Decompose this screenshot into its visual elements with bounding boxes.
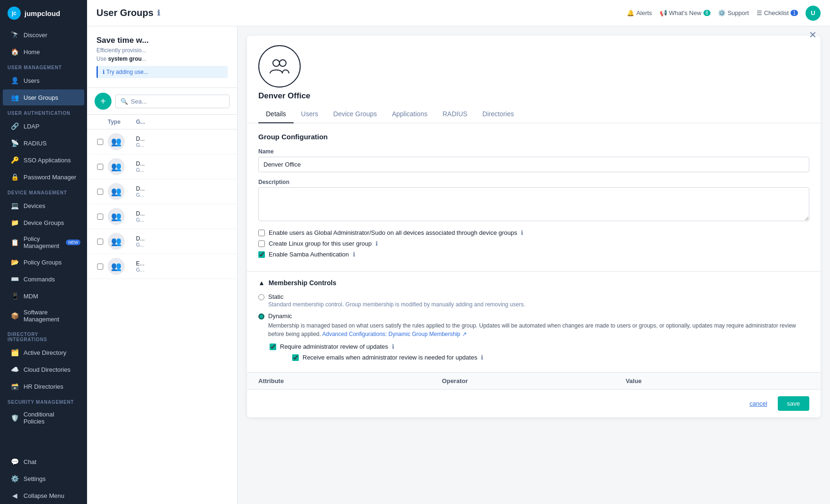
sidebar-item-active-directory[interactable]: 🗂️ Active Directory <box>3 344 84 360</box>
sidebar-item-policy-management[interactable]: 📋 Policy Management NEW <box>3 232 84 253</box>
row-checkbox[interactable] <box>93 214 108 220</box>
close-button[interactable]: ✕ <box>809 30 817 40</box>
sidebar-item-software-management[interactable]: 📦 Software Management <box>3 305 84 327</box>
sidebar-item-policy-groups[interactable]: 📂 Policy Groups <box>3 254 84 270</box>
row-checkbox[interactable] <box>93 139 108 145</box>
topbar: User Groups ℹ 🔔 Alerts 📢 What's New 8 ⚙️… <box>87 0 830 26</box>
sidebar-item-label: Cloud Directories <box>24 366 71 373</box>
table-row[interactable]: 👥 E... G... <box>87 254 237 279</box>
sidebar-item-label: MDM <box>24 293 38 300</box>
search-box[interactable]: 🔍 Sea... <box>115 95 230 108</box>
table-row[interactable]: 👥 D... G... <box>87 229 237 254</box>
sidebar-item-label: Settings <box>24 475 46 482</box>
tab-device-groups[interactable]: Device Groups <box>326 105 384 123</box>
dynamic-radio[interactable] <box>258 313 264 320</box>
sidebar-item-users[interactable]: 👤 Users <box>3 72 84 88</box>
enable-samba-checkbox[interactable] <box>258 251 265 258</box>
sidebar-item-home[interactable]: 🏠 Home <box>3 44 84 60</box>
system-group-note: Use system grou... <box>96 56 228 62</box>
row-checkbox[interactable] <box>93 264 108 270</box>
checkbox-header <box>93 119 108 125</box>
row-checkbox[interactable] <box>93 239 108 245</box>
user-icon: 👤 <box>10 76 19 85</box>
section-user-management: USER MANAGEMENT <box>0 60 87 72</box>
table-row[interactable]: 👥 D... G... <box>87 154 237 179</box>
name-input[interactable] <box>258 157 809 172</box>
sidebar-item-label: Commands <box>24 276 55 283</box>
info-icon-5[interactable]: ℹ <box>481 354 483 361</box>
sidebar-item-conditional-policies[interactable]: 🛡️ Conditional Policies <box>3 407 84 429</box>
advanced-config-link[interactable]: Advanced Configurations: Dynamic Group M… <box>322 331 467 337</box>
require-admin-review-checkbox[interactable] <box>270 344 276 350</box>
sidebar-item-mdm[interactable]: 📱 MDM <box>3 288 84 304</box>
intro-heading: Save time w... <box>96 36 228 45</box>
sidebar-item-radius[interactable]: 📡 RADIUS <box>3 135 84 151</box>
tab-applications[interactable]: Applications <box>384 105 435 123</box>
sidebar-item-label: Chat <box>24 458 36 465</box>
table-row[interactable]: 👥 D... G... <box>87 179 237 204</box>
sidebar-item-hr-directories[interactable]: 🗃️ HR Directories <box>3 378 84 394</box>
avatar[interactable]: U <box>806 6 821 21</box>
row-checkbox[interactable] <box>93 164 108 170</box>
info-icon-3[interactable]: ℹ <box>353 251 355 258</box>
table-header: Type G... <box>87 115 237 129</box>
dynamic-radio-option: Dynamic Membership is managed based on w… <box>258 312 809 338</box>
tab-directories[interactable]: Directories <box>475 105 521 123</box>
sidebar-item-collapse-menu[interactable]: ◀ Collapse Menu <box>3 488 84 504</box>
create-linux-group-label: Create Linux group for this user group <box>269 240 372 247</box>
user-groups-icon: 👥 <box>10 93 19 102</box>
form-section: Group Configuration Name Description Ena… <box>247 123 821 272</box>
table-row[interactable]: 👥 D... G... <box>87 204 237 229</box>
detail-panel: ✕ Denver Office <box>238 26 830 504</box>
sidebar-item-device-groups[interactable]: 📁 Device Groups <box>3 215 84 231</box>
info-icon[interactable]: ℹ <box>157 8 160 17</box>
tab-details[interactable]: Details <box>258 105 294 123</box>
whats-new-button[interactable]: 📢 What's New 8 <box>660 9 711 16</box>
whats-new-badge: 8 <box>703 10 711 16</box>
sidebar-item-devices[interactable]: 💻 Devices <box>3 198 84 214</box>
info-icon-2[interactable]: ℹ <box>375 240 378 247</box>
tab-users[interactable]: Users <box>294 105 326 123</box>
add-group-button[interactable]: + <box>95 93 112 110</box>
sidebar-item-sso[interactable]: 🔑 SSO Applications <box>3 152 84 168</box>
sidebar-item-settings[interactable]: ⚙️ Settings <box>3 471 84 487</box>
membership-header[interactable]: ▲ Membership Controls <box>258 279 809 287</box>
sidebar-item-label: RADIUS <box>24 140 47 147</box>
radius-icon: 📡 <box>10 139 19 147</box>
create-linux-group-checkbox[interactable] <box>258 240 265 247</box>
operator-col-header: Operator <box>442 377 625 384</box>
static-radio[interactable] <box>258 294 264 300</box>
tab-radius[interactable]: RADIUS <box>435 105 475 123</box>
row-sub: G... <box>136 167 184 173</box>
receive-emails-checkbox[interactable] <box>292 354 299 361</box>
save-button[interactable]: save <box>778 396 809 411</box>
info-icon-1[interactable]: ℹ <box>521 229 523 236</box>
sidebar-item-label: Conditional Policies <box>24 411 77 425</box>
name-field-group: Name <box>258 148 809 172</box>
group-list-table: Type G... 👥 D... G... 👥 <box>87 115 237 504</box>
sidebar-logo[interactable]: jc jumpcloud <box>0 0 87 26</box>
description-label: Description <box>258 179 809 185</box>
info-icon-4[interactable]: ℹ <box>392 343 394 350</box>
sidebar-item-discover[interactable]: 🔭 Discover <box>3 27 84 43</box>
discover-icon: 🔭 <box>10 31 19 39</box>
support-button[interactable]: ⚙️ Support <box>718 9 749 16</box>
alerts-button[interactable]: 🔔 Alerts <box>627 9 652 16</box>
row-checkbox[interactable] <box>93 189 108 195</box>
sidebar-item-chat[interactable]: 💬 Chat <box>3 454 84 470</box>
sidebar-item-ldap[interactable]: 🔗 LDAP <box>3 118 84 134</box>
description-textarea[interactable] <box>258 187 809 221</box>
row-name: D... <box>136 136 184 142</box>
sidebar-item-cloud-directories[interactable]: ☁️ Cloud Directories <box>3 361 84 377</box>
checklist-label: Checklist <box>764 9 789 16</box>
enable-global-admin-checkbox[interactable] <box>258 230 265 236</box>
sidebar-item-password-manager[interactable]: 🔒 Password Manager <box>3 169 84 185</box>
sidebar-item-commands[interactable]: ⌨️ Commands <box>3 271 84 287</box>
type-header: Type <box>108 119 136 125</box>
sidebar-item-label: Collapse Menu <box>24 492 64 499</box>
sidebar-item-user-groups[interactable]: 👥 User Groups <box>3 89 84 105</box>
cancel-button[interactable]: cancel <box>745 396 772 411</box>
page-title: User Groups <box>96 8 153 18</box>
table-row[interactable]: 👥 D... G... <box>87 129 237 154</box>
checklist-button[interactable]: ☰ Checklist 1 <box>757 9 798 16</box>
